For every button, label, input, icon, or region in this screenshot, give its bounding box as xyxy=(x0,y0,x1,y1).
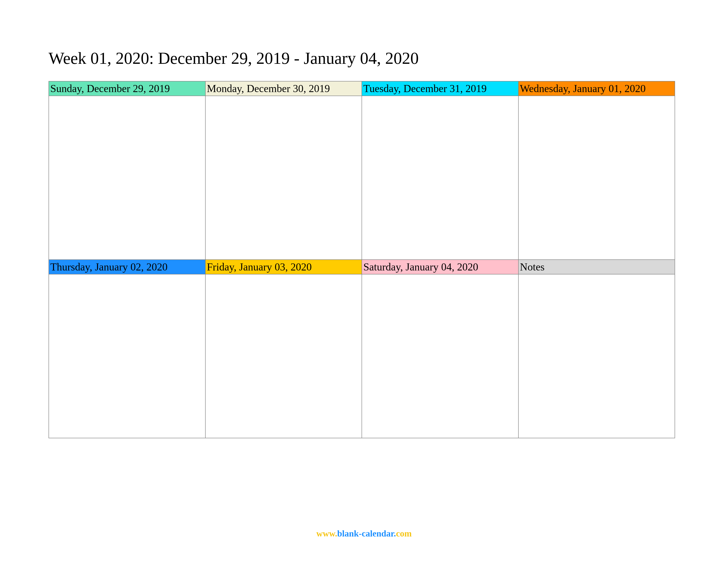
day-body-notes xyxy=(519,274,675,438)
page-content: Week 01, 2020: December 29, 2019 - Janua… xyxy=(49,49,675,438)
day-cell-monday: Monday, December 30, 2019 xyxy=(205,81,362,259)
day-cell-saturday: Saturday, January 04, 2020 xyxy=(362,259,518,438)
day-cell-sunday: Sunday, December 29, 2019 xyxy=(49,81,205,259)
day-body-saturday xyxy=(362,274,518,438)
day-header-thursday: Thursday, January 02, 2020 xyxy=(49,260,205,274)
day-header-notes: Notes xyxy=(519,260,675,274)
day-cell-wednesday: Wednesday, January 01, 2020 xyxy=(518,81,675,259)
day-body-monday xyxy=(206,96,362,259)
day-cell-tuesday: Tuesday, December 31, 2019 xyxy=(362,81,518,259)
day-header-sunday: Sunday, December 29, 2019 xyxy=(49,81,205,96)
day-body-wednesday xyxy=(519,96,675,259)
day-header-tuesday: Tuesday, December 31, 2019 xyxy=(362,81,518,96)
footer-link[interactable]: www.blank-calendar.com xyxy=(0,528,728,539)
footer-www: www. xyxy=(316,529,337,539)
day-header-wednesday: Wednesday, January 01, 2020 xyxy=(519,81,675,96)
day-body-friday xyxy=(206,274,362,438)
day-body-tuesday xyxy=(362,96,518,259)
day-header-monday: Monday, December 30, 2019 xyxy=(206,81,362,96)
footer-com: com xyxy=(396,529,412,539)
day-header-saturday: Saturday, January 04, 2020 xyxy=(362,260,518,274)
calendar-row-2: Thursday, January 02, 2020 Friday, Janua… xyxy=(49,259,675,438)
calendar-row-1: Sunday, December 29, 2019 Monday, Decemb… xyxy=(49,81,675,259)
day-cell-thursday: Thursday, January 02, 2020 xyxy=(49,259,205,438)
calendar-table: Sunday, December 29, 2019 Monday, Decemb… xyxy=(49,81,675,438)
day-body-thursday xyxy=(49,274,205,438)
footer-mid: blank-calendar. xyxy=(337,529,396,539)
day-header-friday: Friday, January 03, 2020 xyxy=(206,260,362,274)
day-cell-notes: Notes xyxy=(518,259,675,438)
day-body-sunday xyxy=(49,96,205,259)
day-cell-friday: Friday, January 03, 2020 xyxy=(205,259,362,438)
page-title: Week 01, 2020: December 29, 2019 - Janua… xyxy=(49,49,675,68)
